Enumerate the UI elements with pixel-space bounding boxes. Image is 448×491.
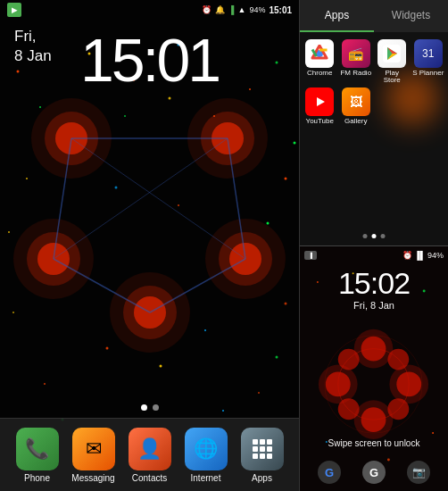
internet-icon-symbol: 🌐: [194, 437, 218, 461]
svg-point-24: [39, 106, 41, 108]
svg-point-77: [326, 441, 328, 443]
contacts-label: Contacts: [132, 473, 167, 483]
app-icon-small: ▶: [7, 3, 21, 17]
dock-apps[interactable]: Apps: [234, 428, 290, 483]
chrome-label: Chrome: [307, 70, 332, 77]
google-white-symbol: G: [369, 466, 378, 479]
fm-radio-icon[interactable]: 📻: [342, 39, 370, 68]
svg-point-40: [204, 329, 206, 331]
svg-point-44: [258, 392, 260, 394]
internet-label: Internet: [191, 473, 221, 483]
lock-battery-text: 94%: [427, 251, 444, 260]
app-drawer: Apps Widgets Chrome: [300, 0, 448, 246]
dot-2: [153, 404, 159, 411]
svg-point-30: [26, 178, 28, 179]
fm-radio-symbol: 📻: [348, 46, 363, 61]
svg-point-38: [12, 312, 14, 313]
lock-screen-thumb: ▐: [304, 251, 317, 260]
svg-point-33: [169, 97, 171, 100]
dock-phone[interactable]: 📞 Phone: [9, 428, 65, 483]
status-bar-left: ▶ ⏰ 🔔 ▐ ▲ 94% 15:01: [0, 0, 299, 20]
dock-messaging[interactable]: ✉ Messaging: [65, 428, 121, 483]
drawer-dots: [363, 234, 386, 238]
camera-symbol: 📷: [412, 466, 426, 479]
drawer-dot-2: [372, 234, 377, 238]
lock-screen-status: ▐ ⏰ ▐▌ 94%: [300, 246, 448, 264]
gallery-symbol: 🖼: [350, 95, 362, 109]
signal-icon: ▐: [228, 5, 234, 14]
contacts-icon-symbol: 👤: [137, 437, 162, 461]
messaging-icon[interactable]: ✉: [72, 428, 115, 470]
svg-point-35: [115, 187, 118, 189]
svg-point-42: [44, 383, 46, 385]
notification-icon: 🔔: [215, 5, 225, 14]
svg-point-73: [317, 281, 319, 283]
svg-point-46: [222, 410, 224, 412]
right-panel: Apps Widgets Chrome: [299, 0, 448, 491]
svg-point-41: [276, 356, 278, 359]
svg-point-48: [8, 231, 10, 233]
tab-widgets-label: Widgets: [392, 9, 430, 21]
time-display: 15:01: [0, 25, 299, 95]
google-colored-icon[interactable]: G: [318, 461, 341, 484]
dock-internet[interactable]: 🌐 Internet: [178, 428, 234, 483]
svg-point-69: [338, 349, 360, 370]
svg-point-36: [178, 204, 179, 206]
youtube-icon[interactable]: [305, 87, 334, 116]
svg-point-70: [387, 349, 409, 370]
dock-contacts[interactable]: 👤 Contacts: [121, 428, 178, 483]
internet-icon[interactable]: 🌐: [185, 428, 228, 470]
phone-icon[interactable]: 📞: [16, 428, 59, 470]
lock-signal-icon: ▐▌: [414, 251, 426, 260]
svg-point-66: [319, 365, 358, 404]
app-s-planner[interactable]: 31 S Planner: [412, 39, 445, 84]
svg-point-71: [338, 398, 360, 420]
tab-widgets[interactable]: Widgets: [374, 0, 448, 32]
app-youtube[interactable]: YouTube: [303, 87, 336, 125]
svg-point-62: [354, 329, 394, 369]
youtube-label: YouTube: [306, 118, 334, 125]
lock-time-display: 15:02: [338, 266, 410, 301]
messaging-icon-symbol: ✉: [86, 437, 102, 461]
s-planner-symbol: 31: [422, 47, 434, 60]
fm-radio-label: FM Radio: [340, 70, 371, 77]
apps-grid-icon: [247, 434, 278, 464]
chrome-icon-svg: [311, 45, 328, 62]
alarm-icon: ⏰: [202, 5, 212, 14]
app-gallery[interactable]: 🖼 Gallery: [340, 87, 373, 125]
google-colored-symbol: G: [325, 466, 334, 479]
svg-point-37: [267, 222, 270, 225]
svg-point-74: [423, 290, 426, 293]
camera-icon[interactable]: 📷: [407, 461, 430, 484]
apps-icon[interactable]: [241, 428, 284, 470]
svg-point-72: [387, 398, 409, 420]
lock-thumb-icon: ▐: [309, 253, 312, 258]
chrome-icon[interactable]: [305, 39, 334, 68]
drawer-header: Apps Widgets: [300, 0, 448, 32]
battery-text: 94%: [249, 5, 265, 14]
lock-screen-preview: ▐ ⏰ ▐▌ 94% 15:02 Fri, 8 Jan Swipe screen…: [300, 246, 448, 491]
app-fm-radio[interactable]: 📻 FM Radio: [340, 39, 373, 84]
status-right-info: ⏰ 🔔 ▐ ▲ 94% 15:01: [202, 5, 292, 15]
lock-date-display: Fri, 8 Jan: [353, 300, 394, 311]
phone-icon-symbol: 📞: [25, 437, 49, 461]
gallery-label: Gallery: [344, 118, 367, 125]
app-chrome[interactable]: Chrome: [303, 39, 336, 84]
google-white-icon[interactable]: G: [362, 461, 386, 484]
play-store-icon[interactable]: [377, 39, 406, 68]
contacts-icon[interactable]: 👤: [129, 428, 171, 470]
svg-point-49: [294, 142, 296, 145]
svg-point-68: [389, 365, 428, 404]
dot-1: [141, 404, 147, 411]
gallery-icon[interactable]: 🖼: [342, 87, 370, 116]
page-dots: [141, 404, 159, 411]
s-planner-icon[interactable]: 31: [414, 39, 443, 68]
s-planner-label: S Planner: [412, 70, 444, 77]
play-store-label: Play Store: [376, 70, 409, 84]
svg-point-34: [213, 115, 215, 117]
left-panel: ▶ ⏰ 🔔 ▐ ▲ 94% 15:01 Fri,8 Jan 15:01 📞 Ph…: [0, 0, 299, 491]
swipe-to-unlock-text: Swipe screen to unlock: [328, 438, 420, 448]
tab-apps[interactable]: Apps: [300, 0, 374, 32]
app-play-store[interactable]: Play Store: [376, 39, 409, 84]
tab-apps-label: Apps: [325, 9, 349, 21]
